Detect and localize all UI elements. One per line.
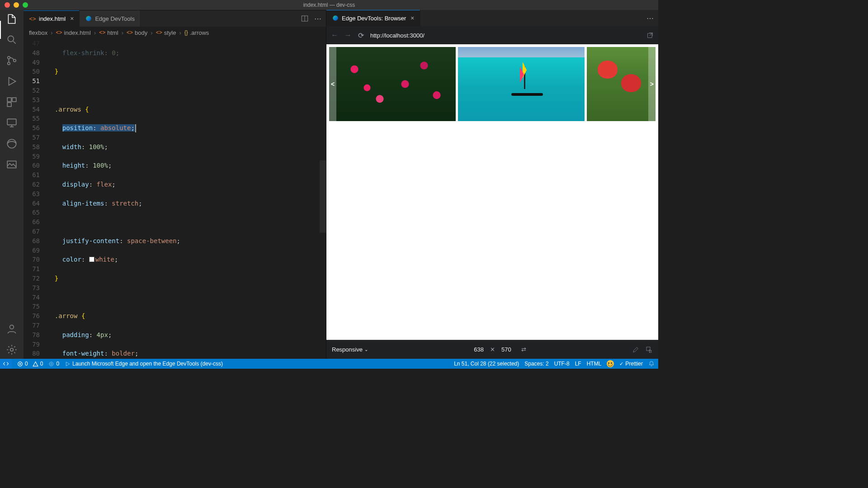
tab-label: Edge DevTools bbox=[95, 15, 134, 22]
css-rule-icon: {} bbox=[184, 29, 188, 36]
status-encoding[interactable]: UTF-8 bbox=[554, 361, 570, 367]
inspect-icon[interactable] bbox=[646, 346, 653, 353]
svg-rect-5 bbox=[12, 98, 16, 102]
status-notifications-icon[interactable] bbox=[648, 361, 655, 367]
tag-icon: <> bbox=[99, 29, 105, 36]
preview-image-catamaran bbox=[458, 47, 585, 121]
line-gutter: 47 484950 51 525354555657585960616263646… bbox=[24, 38, 47, 359]
close-tab-icon[interactable]: × bbox=[70, 15, 74, 22]
status-language[interactable]: HTML bbox=[587, 361, 602, 367]
svg-point-3 bbox=[14, 59, 16, 61]
chevron-down-icon: ⌄ bbox=[364, 347, 368, 352]
extensions-icon[interactable] bbox=[5, 96, 18, 108]
breadcrumb-body: <>body bbox=[127, 29, 147, 36]
svg-rect-6 bbox=[7, 103, 11, 107]
status-ports[interactable]: 0 bbox=[48, 361, 59, 367]
source-control-icon[interactable] bbox=[5, 54, 18, 67]
breadcrumb-style: <>style bbox=[156, 29, 176, 36]
breadcrumb-selector: {}.arrows bbox=[184, 29, 209, 36]
tab-index-html[interactable]: <> index.html × bbox=[24, 10, 80, 27]
viewport-height[interactable]: 570 bbox=[501, 346, 511, 353]
tag-icon: <> bbox=[127, 29, 133, 36]
status-cursor[interactable]: Ln 51, Col 28 (22 selected) bbox=[454, 361, 519, 367]
browser-address-bar: ← → ⟳ http://localhost:3000/ bbox=[326, 26, 658, 44]
status-launch-task[interactable]: Launch Microsoft Edge and open the Edge … bbox=[65, 361, 223, 367]
browser-preview[interactable]: < > bbox=[326, 44, 658, 340]
breadcrumb-folder: flexbox bbox=[29, 29, 47, 36]
svg-point-8 bbox=[7, 139, 16, 148]
devtools-panel: Edge DevTools: Browser × ⋯ ← → ⟳ http://… bbox=[326, 10, 658, 359]
svg-rect-7 bbox=[7, 119, 16, 125]
edge-icon bbox=[85, 15, 92, 22]
search-icon[interactable] bbox=[5, 33, 18, 46]
viewport-width[interactable]: 638 bbox=[474, 346, 484, 353]
close-tab-icon[interactable]: × bbox=[410, 14, 414, 22]
svg-point-11 bbox=[10, 348, 14, 352]
editor-group: <> index.html × Edge DevTools ⋯ flexbox … bbox=[24, 10, 326, 359]
split-editor-icon[interactable] bbox=[301, 14, 309, 23]
status-bar: 0 0 0 Launch Microsoft Edge and open the… bbox=[0, 359, 658, 369]
minimize-window-button[interactable] bbox=[14, 2, 19, 8]
macos-titlebar: index.html — dev-css bbox=[0, 0, 658, 10]
svg-point-14 bbox=[333, 15, 338, 21]
close-window-button[interactable] bbox=[5, 2, 10, 8]
more-actions-icon[interactable]: ⋯ bbox=[314, 14, 321, 23]
devtools-tab-actions: ⋯ bbox=[642, 10, 658, 26]
svg-point-2 bbox=[8, 62, 10, 65]
breadcrumb-file: <>index.html bbox=[56, 29, 91, 36]
responsive-dropdown[interactable]: Responsive ⌄ bbox=[332, 346, 368, 353]
edge-icon bbox=[332, 14, 339, 22]
settings-gear-icon[interactable] bbox=[5, 343, 18, 356]
chevron-right-icon: › bbox=[93, 29, 97, 36]
nav-forward-icon[interactable]: → bbox=[344, 31, 352, 39]
remote-indicator[interactable] bbox=[0, 359, 12, 369]
svg-point-18 bbox=[51, 363, 52, 364]
devtools-tabs: Edge DevTools: Browser × ⋯ bbox=[326, 10, 658, 26]
code-editor[interactable]: 47 484950 51 525354555657585960616263646… bbox=[24, 38, 326, 359]
html-file-icon: <> bbox=[56, 29, 62, 36]
rotate-icon[interactable]: ⇄ bbox=[521, 346, 526, 353]
maximize-window-button[interactable] bbox=[23, 2, 28, 8]
status-indent[interactable]: Spaces: 2 bbox=[524, 361, 548, 367]
editor-tab-actions: ⋯ bbox=[296, 10, 326, 27]
explorer-icon[interactable] bbox=[5, 13, 18, 25]
status-errors[interactable]: 0 0 bbox=[17, 361, 43, 367]
breadcrumb-html: <>html bbox=[99, 29, 118, 36]
chevron-right-icon: › bbox=[120, 29, 125, 36]
minimap-scrollbar[interactable] bbox=[320, 160, 326, 233]
status-prettier[interactable]: ✓Prettier bbox=[619, 361, 643, 367]
activity-bar bbox=[0, 10, 24, 359]
tab-label: Edge DevTools: Browser bbox=[342, 15, 406, 22]
chevron-right-icon: › bbox=[149, 29, 154, 36]
tab-edge-devtools[interactable]: Edge DevTools bbox=[80, 10, 140, 27]
svg-rect-4 bbox=[7, 98, 11, 102]
nav-back-icon[interactable]: ← bbox=[331, 31, 338, 39]
preview-carousel: < > bbox=[329, 47, 656, 121]
open-external-icon[interactable] bbox=[646, 32, 654, 39]
accounts-icon[interactable] bbox=[5, 323, 18, 335]
run-debug-icon[interactable] bbox=[5, 75, 18, 88]
svg-point-1 bbox=[8, 56, 10, 59]
device-toolbar: Responsive ⌄ 638 ✕ 570 ⇄ bbox=[326, 340, 658, 359]
editor-tabs: <> index.html × Edge DevTools ⋯ bbox=[24, 10, 326, 27]
address-url[interactable]: http://localhost:3000/ bbox=[370, 32, 640, 39]
chevron-right-icon: › bbox=[49, 29, 54, 36]
chevron-right-icon: › bbox=[178, 29, 182, 36]
svg-point-19 bbox=[50, 362, 54, 366]
html-file-icon: <> bbox=[29, 15, 36, 22]
breadcrumbs[interactable]: flexbox › <>index.html › <>html › <>body… bbox=[24, 27, 326, 38]
tab-devtools-browser[interactable]: Edge DevTools: Browser × bbox=[326, 10, 420, 26]
preview-image-flowers bbox=[329, 47, 456, 121]
edge-tools-icon[interactable] bbox=[5, 137, 18, 150]
remote-explorer-icon[interactable] bbox=[5, 117, 18, 129]
svg-point-0 bbox=[8, 36, 14, 42]
more-actions-icon[interactable]: ⋯ bbox=[646, 14, 654, 23]
svg-point-10 bbox=[10, 325, 14, 329]
status-eol[interactable]: LF bbox=[575, 361, 581, 367]
dimension-x-icon: ✕ bbox=[490, 346, 495, 353]
status-feedback-icon[interactable] bbox=[607, 360, 614, 367]
color-picker-icon[interactable] bbox=[632, 346, 639, 353]
media-icon[interactable] bbox=[5, 158, 18, 171]
reload-icon[interactable]: ⟳ bbox=[358, 31, 364, 40]
code-content[interactable]: flex-shrink: 0; } .arrows { position: ab… bbox=[47, 38, 326, 359]
